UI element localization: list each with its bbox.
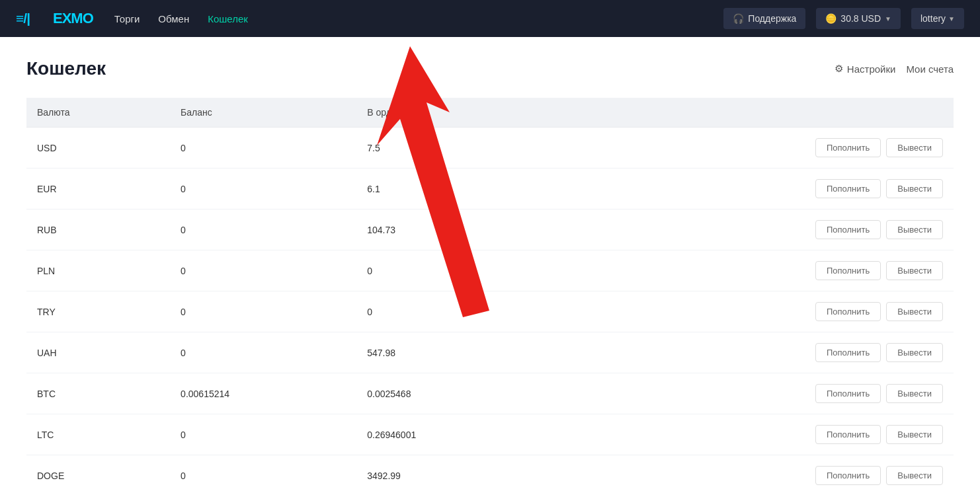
orders-cell: 3492.99 bbox=[356, 455, 543, 494]
table-row: PLN00ПополнитьВывести bbox=[26, 250, 954, 291]
actions-cell: ПополнитьВывести bbox=[543, 128, 954, 169]
deposit-button[interactable]: Пополнить bbox=[815, 425, 881, 444]
withdraw-button[interactable]: Вывести bbox=[886, 384, 943, 403]
actions-cell: ПополнитьВывести bbox=[543, 291, 954, 332]
page-actions: ⚙ Настройки Мои счета bbox=[835, 63, 954, 75]
balance-cell: 0 bbox=[170, 455, 356, 494]
orders-cell: 547.98 bbox=[356, 332, 543, 373]
col-actions bbox=[543, 98, 954, 128]
actions-cell: ПополнитьВывести bbox=[543, 455, 954, 494]
table-row: BTC0.006152140.0025468ПополнитьВывести bbox=[26, 373, 954, 414]
balance-cell: 0 bbox=[170, 209, 356, 250]
gear-icon: ⚙ bbox=[835, 63, 843, 75]
withdraw-button[interactable]: Вывести bbox=[886, 179, 943, 198]
col-balance: Баланс bbox=[170, 98, 356, 128]
support-button[interactable]: 🎧 Поддержка bbox=[723, 8, 805, 29]
header-right: 🎧 Поддержка 🪙 30.8 USD ▼ lottery ▼ bbox=[723, 8, 964, 29]
deposit-button[interactable]: Пополнить bbox=[815, 466, 881, 485]
orders-cell: 7.5 bbox=[356, 128, 543, 169]
nav-obmen[interactable]: Обмен bbox=[158, 13, 189, 24]
balance-cell: 0 bbox=[170, 291, 356, 332]
balance-label: 30.8 USD bbox=[840, 13, 881, 24]
actions-cell: ПополнитьВывести bbox=[543, 332, 954, 373]
currency-cell: LTC bbox=[26, 414, 170, 455]
withdraw-button[interactable]: Вывести bbox=[886, 138, 943, 157]
header: ≡/| EXMO Торги Обмен Кошелек 🎧 Поддержка… bbox=[0, 0, 980, 37]
deposit-button[interactable]: Пополнить bbox=[815, 138, 881, 157]
main-nav: Торги Обмен Кошелек bbox=[114, 13, 703, 24]
withdraw-button[interactable]: Вывести bbox=[886, 425, 943, 444]
orders-cell: 0 bbox=[356, 291, 543, 332]
orders-cell: 0.26946001 bbox=[356, 414, 543, 455]
table-row: RUB0104.73ПополнитьВывести bbox=[26, 209, 954, 250]
table-row: LTC00.26946001ПополнитьВывести bbox=[26, 414, 954, 455]
main-content: Кошелек ⚙ Настройки Мои счета Валюта Бал… bbox=[0, 37, 980, 493]
actions-cell: ПополнитьВывести bbox=[543, 169, 954, 209]
lottery-label: lottery bbox=[920, 13, 946, 24]
balance-cell: 0.00615214 bbox=[170, 373, 356, 414]
currency-cell: BTC bbox=[26, 373, 170, 414]
currency-cell: DOGE bbox=[26, 455, 170, 494]
headset-icon: 🎧 bbox=[733, 13, 744, 24]
col-currency: Валюта bbox=[26, 98, 170, 128]
table-row: DOGE03492.99ПополнитьВывести bbox=[26, 455, 954, 494]
chevron-down-icon: ▼ bbox=[885, 15, 891, 22]
nav-torgi[interactable]: Торги bbox=[114, 13, 140, 24]
balance-cell: 0 bbox=[170, 250, 356, 291]
table-body: USD07.5ПополнитьВывестиEUR06.1ПополнитьВ… bbox=[26, 128, 954, 494]
support-label: Поддержка bbox=[748, 13, 796, 24]
table-row: TRY00ПополнитьВывести bbox=[26, 291, 954, 332]
lottery-button[interactable]: lottery ▼ bbox=[911, 8, 964, 29]
withdraw-button[interactable]: Вывести bbox=[886, 261, 943, 280]
deposit-button[interactable]: Пополнить bbox=[815, 261, 881, 280]
deposit-button[interactable]: Пополнить bbox=[815, 220, 881, 239]
withdraw-button[interactable]: Вывести bbox=[886, 466, 943, 485]
page-title: Кошелек bbox=[26, 58, 106, 79]
currency-cell: EUR bbox=[26, 169, 170, 209]
wallet-icon: 🪙 bbox=[825, 13, 837, 24]
deposit-button[interactable]: Пополнить bbox=[815, 384, 881, 403]
orders-cell: 104.73 bbox=[356, 209, 543, 250]
settings-button[interactable]: ⚙ Настройки bbox=[835, 63, 896, 75]
withdraw-button[interactable]: Вывести bbox=[886, 302, 943, 321]
orders-cell: 6.1 bbox=[356, 169, 543, 209]
currency-cell: RUB bbox=[26, 209, 170, 250]
my-accounts-label: Мои счета bbox=[906, 63, 954, 75]
actions-cell: ПополнитьВывести bbox=[543, 414, 954, 455]
deposit-button[interactable]: Пополнить bbox=[815, 302, 881, 321]
page-header: Кошелек ⚙ Настройки Мои счета bbox=[26, 58, 954, 79]
deposit-button[interactable]: Пополнить bbox=[815, 343, 881, 362]
actions-cell: ПополнитьВывести bbox=[543, 250, 954, 291]
wallet-table: Валюта Баланс В ордерах USD07.5Пополнить… bbox=[26, 98, 954, 493]
balance-cell: 0 bbox=[170, 169, 356, 209]
col-orders: В ордерах bbox=[356, 98, 543, 128]
table-row: EUR06.1ПополнитьВывести bbox=[26, 169, 954, 209]
balance-cell: 0 bbox=[170, 414, 356, 455]
orders-cell: 0.0025468 bbox=[356, 373, 543, 414]
balance-cell: 0 bbox=[170, 332, 356, 373]
chevron-down-icon-2: ▼ bbox=[948, 15, 955, 22]
table-row: UAH0547.98ПополнитьВывести bbox=[26, 332, 954, 373]
actions-cell: ПополнитьВывести bbox=[543, 373, 954, 414]
table-row: USD07.5ПополнитьВывести bbox=[26, 128, 954, 169]
currency-cell: PLN bbox=[26, 250, 170, 291]
currency-cell: UAH bbox=[26, 332, 170, 373]
logo[interactable]: ≡/| EXMO bbox=[16, 9, 93, 28]
logo-text: EXMO bbox=[53, 10, 93, 27]
settings-label: Настройки bbox=[847, 63, 896, 75]
actions-cell: ПополнитьВывести bbox=[543, 209, 954, 250]
svg-text:≡/|: ≡/| bbox=[16, 11, 30, 26]
withdraw-button[interactable]: Вывести bbox=[886, 343, 943, 362]
nav-koshelek[interactable]: Кошелек bbox=[208, 13, 248, 24]
deposit-button[interactable]: Пополнить bbox=[815, 179, 881, 198]
currency-cell: USD bbox=[26, 128, 170, 169]
my-accounts-button[interactable]: Мои счета bbox=[906, 63, 954, 75]
withdraw-button[interactable]: Вывести bbox=[886, 220, 943, 239]
table-header: Валюта Баланс В ордерах bbox=[26, 98, 954, 128]
orders-cell: 0 bbox=[356, 250, 543, 291]
balance-button[interactable]: 🪙 30.8 USD ▼ bbox=[816, 8, 901, 29]
logo-icon: ≡/| bbox=[16, 9, 48, 28]
balance-cell: 0 bbox=[170, 128, 356, 169]
currency-cell: TRY bbox=[26, 291, 170, 332]
